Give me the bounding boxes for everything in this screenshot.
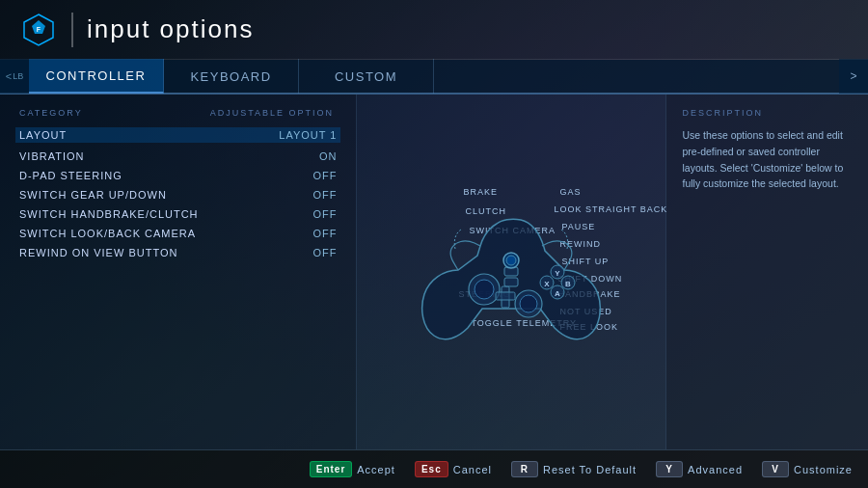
action-label-2: Reset To Default: [543, 464, 637, 475]
option-name-5: SWITCH LOOK/BACK CAMERA: [19, 228, 196, 239]
svg-text:X: X: [545, 280, 551, 288]
tabs-bar: < LB CONTROLLER KEYBOARD CUSTOM >: [0, 60, 868, 95]
option-value-1: ON: [319, 150, 338, 162]
option-value-2: OFF: [312, 170, 337, 181]
option-name-4: SWITCH HANDBRAKE/CLUTCH: [19, 208, 199, 220]
key-badge-3: Y: [656, 461, 683, 477]
key-badge-2: R: [511, 461, 538, 477]
right-panel: DESCRIPTION Use these options to select …: [665, 95, 868, 449]
description-label: DESCRIPTION: [682, 108, 853, 118]
option-row-0[interactable]: LAYOUT LAYOUT 1: [15, 127, 340, 143]
options-header: CATEGORY ADJUSTABLE OPTION: [19, 108, 337, 118]
description-text: Use these options to select and edit pre…: [682, 127, 853, 192]
main-content: CATEGORY ADJUSTABLE OPTION LAYOUT LAYOUT…: [0, 95, 868, 449]
option-value-6: OFF: [312, 247, 337, 258]
controller-svg: Y A X B: [405, 193, 617, 351]
svg-text:Y: Y: [556, 269, 561, 278]
controller-wrapper: BRAKE CLUTCH SWITCH CAMERA STEERING TOGG…: [357, 166, 665, 378]
option-row-3: SWITCH GEAR UP/DOWN OFF: [19, 189, 337, 201]
page-title: input options: [87, 14, 254, 44]
header-divider: [71, 13, 73, 47]
bottom-action-1[interactable]: EscCancel: [415, 461, 492, 477]
svg-point-2: [475, 280, 494, 299]
tab-prev-btn[interactable]: < LB: [0, 59, 29, 94]
option-row-1: VIBRATION ON: [19, 150, 337, 162]
bottom-actions: EnterAcceptEscCancelRReset To DefaultYAd…: [310, 461, 853, 477]
header: F input options: [0, 0, 868, 60]
prev-bracket: <: [6, 70, 12, 82]
key-badge-4: V: [762, 461, 789, 477]
adjustable-col-label: ADJUSTABLE OPTION: [210, 108, 338, 118]
prev-key-label: LB: [13, 71, 23, 81]
svg-point-18: [506, 256, 516, 265]
svg-text:F: F: [37, 26, 41, 33]
svg-text:A: A: [556, 289, 561, 298]
tab-next-indicator: >: [839, 59, 868, 94]
option-value-3: OFF: [312, 189, 337, 201]
tab-custom-label: CUSTOM: [335, 69, 397, 84]
option-value-5: OFF: [312, 228, 337, 239]
tab-controller-label: CONTROLLER: [46, 68, 147, 83]
action-label-4: Customize: [794, 464, 853, 475]
option-name-0: LAYOUT: [19, 129, 67, 141]
bottom-action-0[interactable]: EnterAccept: [310, 461, 395, 477]
tab-keyboard-label: KEYBOARD: [190, 69, 271, 84]
option-name-2: D-PAD STEERING: [19, 170, 122, 181]
bottom-action-4[interactable]: VCustomize: [762, 461, 853, 477]
controller-area: BRAKE CLUTCH SWITCH CAMERA STEERING TOGG…: [357, 95, 665, 449]
svg-rect-6: [496, 292, 515, 300]
option-row-4: SWITCH HANDBRAKE/CLUTCH OFF: [19, 208, 337, 220]
bottom-action-3[interactable]: YAdvanced: [656, 461, 743, 477]
option-row-5: SWITCH LOOK/BACK CAMERA OFF: [19, 228, 337, 239]
option-name-3: SWITCH GEAR UP/DOWN: [19, 189, 167, 201]
bottom-bar: EnterAcceptEscCancelRReset To DefaultYAd…: [0, 449, 868, 488]
key-badge-0: Enter: [310, 461, 353, 477]
option-row-2: D-PAD STEERING OFF: [19, 170, 337, 181]
forza-logo: F: [19, 13, 58, 47]
action-label-1: Cancel: [453, 464, 492, 475]
options-rows: LAYOUT LAYOUT 1 VIBRATION ON D-PAD STEER…: [19, 127, 337, 258]
option-value-0: LAYOUT 1: [279, 129, 337, 141]
tab-keyboard[interactable]: KEYBOARD: [164, 59, 299, 94]
left-panel: CATEGORY ADJUSTABLE OPTION LAYOUT LAYOUT…: [0, 95, 357, 449]
option-name-1: VIBRATION: [19, 150, 84, 162]
option-name-6: REWIND ON VIEW BUTTON: [19, 247, 177, 258]
tab-custom[interactable]: CUSTOM: [299, 59, 434, 94]
key-badge-1: Esc: [415, 461, 448, 477]
next-bracket: >: [850, 69, 856, 83]
svg-point-4: [520, 295, 537, 312]
bottom-action-2[interactable]: RReset To Default: [511, 461, 637, 477]
option-value-4: OFF: [312, 208, 337, 220]
svg-text:B: B: [566, 280, 572, 288]
action-label-0: Accept: [357, 464, 395, 475]
svg-rect-16: [504, 278, 518, 286]
category-col-label: CATEGORY: [19, 108, 210, 118]
action-label-3: Advanced: [688, 464, 743, 475]
option-row-6: REWIND ON VIEW BUTTON OFF: [19, 247, 337, 258]
tab-controller[interactable]: CONTROLLER: [29, 59, 164, 94]
